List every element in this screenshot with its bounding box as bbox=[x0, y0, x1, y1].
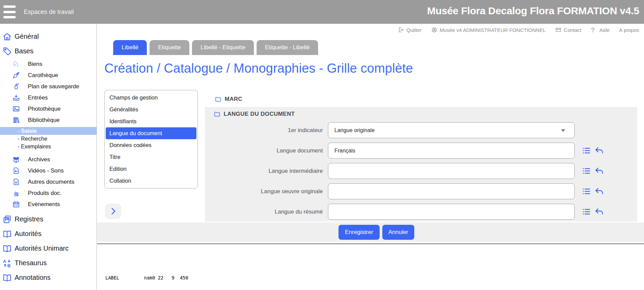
workspace-label: Espaces de travail bbox=[24, 0, 74, 24]
sidebar-item-label: Bibliothèque bbox=[28, 117, 60, 124]
list-picker-icon[interactable] bbox=[582, 166, 591, 176]
hamburger-menu-icon[interactable] bbox=[3, 5, 16, 18]
list-picker-icon[interactable] bbox=[582, 146, 591, 155]
sidebar-item[interactable]: Autres documents bbox=[0, 176, 97, 187]
sidebar-item-label: Autres documents bbox=[28, 179, 74, 185]
open-box-icon bbox=[12, 156, 20, 163]
field-input[interactable]: Langue originale bbox=[328, 122, 575, 138]
sidebar-item[interactable]: Autorités Unimarc bbox=[0, 241, 97, 256]
sidebar-item-label: Annotations bbox=[15, 274, 51, 282]
field-value: Français bbox=[334, 148, 355, 154]
field-label: Langue oeuvre originale bbox=[214, 188, 328, 195]
sidebar-item-label: - Saisie bbox=[18, 128, 37, 134]
sidebar-item[interactable]: - Saisie bbox=[0, 127, 97, 135]
dropdown-caret-icon bbox=[561, 129, 565, 134]
sidebar-item-label: Autorités bbox=[15, 230, 41, 238]
field-actions bbox=[582, 166, 604, 176]
sidebar-item-label: - Recherche bbox=[18, 136, 47, 142]
svg-text:A: A bbox=[3, 259, 6, 264]
header-link-label: A propos bbox=[619, 27, 639, 33]
sidebar-item[interactable]: Plan de sauvegarde bbox=[0, 81, 97, 92]
form-row: 1er indicateur Langue originale bbox=[214, 122, 637, 138]
form-actions-band: Enregistrer Annuler bbox=[97, 222, 644, 242]
undo-icon[interactable] bbox=[595, 146, 604, 155]
field-group-item[interactable]: Généralités bbox=[106, 104, 196, 115]
sidebar-item[interactable]: - Recherche bbox=[0, 135, 97, 143]
field-input[interactable] bbox=[328, 183, 575, 199]
list-picker-icon[interactable] bbox=[582, 187, 591, 196]
header-link[interactable]: Musée v4 ADMINISTRATEUR FONCTIONNEL bbox=[431, 27, 546, 33]
header-link-label: Musée v4 ADMINISTRATEUR FONCTIONNEL bbox=[440, 27, 546, 33]
cancel-button[interactable]: Annuler bbox=[382, 225, 414, 240]
field-input[interactable]: Français bbox=[328, 143, 575, 159]
chevron-right-icon bbox=[109, 207, 118, 216]
sidebar-item-label: Entrées bbox=[28, 94, 48, 101]
field-actions bbox=[582, 187, 604, 196]
sidebar-item[interactable]: Evènements bbox=[0, 199, 97, 210]
sidebar-item-label: Autorités Unimarc bbox=[15, 244, 69, 252]
field-group-item[interactable]: Données codées bbox=[106, 139, 196, 151]
save-button[interactable]: Enregistrer bbox=[338, 225, 380, 240]
sidebar-item[interactable]: Entrées bbox=[0, 92, 97, 103]
sidebar-item-label: Produits doc. bbox=[28, 190, 62, 197]
sidebar-item[interactable]: Bibliothèque bbox=[0, 114, 97, 126]
sidebar-item[interactable]: AB Thesaurus bbox=[0, 256, 97, 270]
field-group-item[interactable]: Titre bbox=[106, 151, 196, 163]
form-row: Langue oeuvre originale bbox=[214, 183, 637, 199]
sidebar: Général Bases ♘ Biens Carothèque Plan de… bbox=[0, 24, 97, 290]
folder-icon bbox=[214, 111, 221, 117]
undo-icon[interactable] bbox=[595, 166, 604, 176]
tab-bar: Libellé Etiquette Libellé - Etiquette Et… bbox=[113, 40, 318, 55]
stack-icon bbox=[12, 189, 20, 197]
header-link[interactable]: Contact bbox=[555, 27, 581, 33]
field-label: Langue document bbox=[214, 147, 328, 154]
sidebar-item-label: Plan de sauvegarde bbox=[28, 83, 79, 90]
field-group-item[interactable]: Langue du document bbox=[106, 127, 196, 139]
field-group-item[interactable]: Identifiants bbox=[106, 115, 196, 127]
sidebar-item[interactable]: Carothèque bbox=[0, 70, 97, 81]
sidebar-item-label: Carothèque bbox=[28, 72, 58, 79]
field-group-item[interactable]: Champs de gestion bbox=[106, 92, 196, 104]
tab[interactable]: Libellé - Etiquette bbox=[192, 40, 254, 55]
field-group-item[interactable]: Edition bbox=[106, 163, 196, 175]
topbar: Espaces de travail Musée Flora Decalog F… bbox=[0, 0, 644, 24]
sidebar-item-label: Registres bbox=[15, 215, 43, 223]
sidebar-item[interactable]: Général bbox=[0, 29, 97, 44]
header-link[interactable]: A propos bbox=[619, 27, 639, 33]
undo-icon[interactable] bbox=[595, 187, 604, 196]
main-content: Quitter Musée v4 ADMINISTRATEUR FONCTION… bbox=[97, 24, 644, 290]
header-link-label: Contact bbox=[564, 27, 581, 33]
extinguisher-icon bbox=[12, 83, 20, 90]
section-title: LANGUE DU DOCUMENT bbox=[224, 111, 295, 117]
tab[interactable]: Etiquette bbox=[150, 40, 189, 55]
header-link[interactable]: Quitter bbox=[398, 27, 422, 33]
field-group-item[interactable]: Collation bbox=[106, 175, 196, 187]
sidebar-item[interactable]: Registres bbox=[0, 212, 97, 226]
field-input[interactable] bbox=[328, 163, 575, 179]
sidebar-item-label: Bases bbox=[15, 47, 34, 55]
sidebar-item[interactable]: Photothèque bbox=[0, 103, 97, 114]
header-link-label: Aide bbox=[599, 27, 610, 33]
sidebar-item[interactable]: Annotations bbox=[0, 270, 97, 285]
sidebar-item-label: Archives bbox=[28, 156, 50, 163]
header-link-label: Quitter bbox=[406, 27, 422, 33]
open-book-icon bbox=[2, 229, 12, 239]
sidebar-item[interactable]: Bases bbox=[0, 44, 97, 58]
langue-du-document-section: LANGUE DU DOCUMENT 1er indicateur Langue… bbox=[205, 107, 637, 221]
sidebar-item[interactable]: Produits doc. bbox=[0, 187, 97, 199]
registers-icon bbox=[2, 215, 12, 224]
sidebar-item[interactable]: ♘ Biens bbox=[0, 58, 97, 70]
sidebar-item[interactable]: Autorités bbox=[0, 226, 97, 241]
undo-icon[interactable] bbox=[595, 207, 604, 216]
tab[interactable]: Libellé bbox=[113, 40, 147, 55]
tab[interactable]: Etiquette - Libellé bbox=[257, 40, 318, 55]
open-book-icon bbox=[2, 244, 12, 253]
field-input[interactable] bbox=[328, 204, 575, 220]
sidebar-item[interactable]: Archives bbox=[0, 154, 97, 165]
sidebar-item[interactable]: Vidéos - Sons bbox=[0, 165, 97, 176]
expand-panel-button[interactable] bbox=[105, 204, 121, 219]
header-link[interactable]: ? Aide bbox=[591, 27, 610, 33]
books-icon bbox=[12, 116, 20, 124]
list-picker-icon[interactable] bbox=[582, 207, 591, 216]
sidebar-item[interactable]: - Exemplaires bbox=[0, 143, 97, 150]
